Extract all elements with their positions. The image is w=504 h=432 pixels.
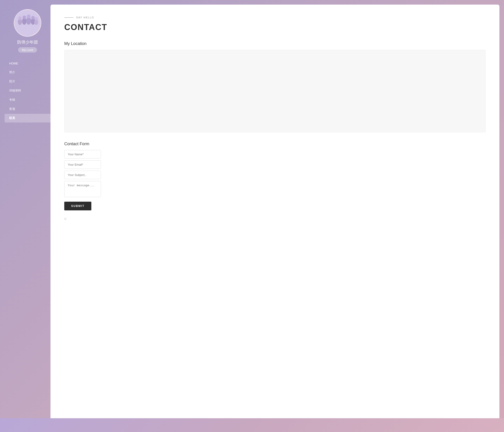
message-textarea[interactable] [64, 181, 101, 197]
nav-item-photos[interactable]: 照片 [5, 77, 51, 86]
nav-item-intro[interactable]: 简介 [5, 68, 51, 77]
site-title: 防弹少年团 [17, 39, 38, 45]
location-title: My Location [64, 41, 486, 46]
map-area [64, 50, 486, 132]
svg-point-6 [27, 14, 30, 18]
svg-point-8 [31, 16, 35, 19]
svg-point-4 [22, 16, 26, 19]
nav-item-awards[interactable]: 奖项 [5, 105, 51, 113]
nav-item-albums[interactable]: 专辑 [5, 96, 51, 104]
main-content: SAY HELLO CONTACT My Location Contact Fo… [51, 5, 499, 418]
name-field-group [64, 150, 486, 159]
svg-point-2 [18, 17, 22, 20]
footer: © [64, 210, 486, 225]
nav-item-details[interactable]: 详细资料 [5, 86, 51, 95]
section-label: SAY HELLO [64, 16, 486, 19]
nav-item-home[interactable]: HOME [5, 59, 51, 67]
subject-input[interactable] [64, 171, 101, 179]
email-field-group [64, 160, 486, 169]
copyright-symbol: © [64, 217, 67, 221]
email-input[interactable] [64, 160, 101, 169]
submit-button[interactable]: SUBMIT [64, 202, 91, 210]
svg-point-10 [35, 17, 38, 20]
contact-form: SUBMIT [64, 150, 486, 210]
subject-field-group [64, 171, 486, 179]
site-subtitle: My Love [18, 47, 37, 53]
avatar [14, 9, 41, 37]
bottom-bar [0, 418, 504, 432]
sidebar: 防弹少年团 My Love HOME 简介 照片 详细资料 专辑 奖项 联系 [5, 5, 51, 418]
nav-menu: HOME 简介 照片 详细资料 专辑 奖项 联系 [5, 59, 51, 123]
page-title: CONTACT [64, 22, 486, 32]
message-field-group [64, 181, 486, 197]
contact-form-title: Contact Form [64, 141, 486, 146]
nav-item-contact[interactable]: 联系 [5, 114, 51, 123]
name-input[interactable] [64, 150, 101, 159]
